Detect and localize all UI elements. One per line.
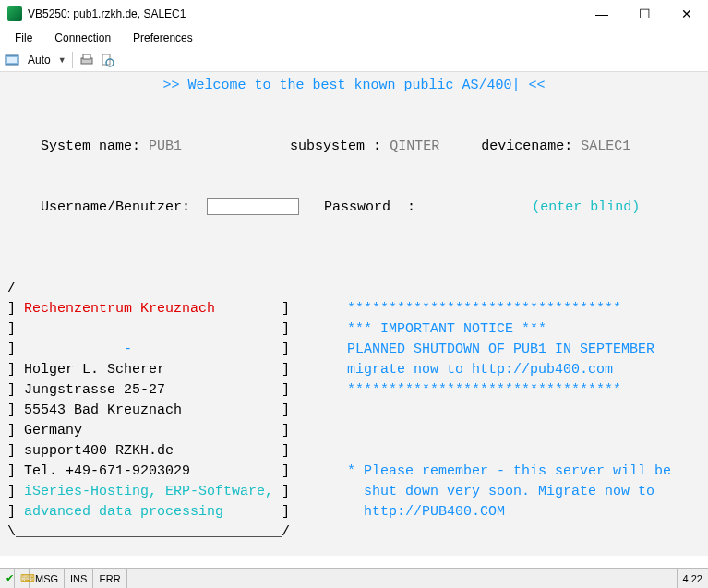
menu-preferences[interactable]: Preferences [124,30,202,46]
terminal-row: ] 55543 Bad Kreuznach ] [7,401,701,421]
terminal-row: ] advanced data processing ] http://PUB4… [7,502,701,522]
terminal-body: /] Rechenzentrum Kreuznach ] ***********… [7,279,701,543]
menu-connection[interactable]: Connection [45,30,120,46]
password-label: Password : [324,199,415,215]
left-col-cell: ] advanced data processing ] [7,502,330,522]
left-col-cell: ] Germany ] [7,421,330,441]
statusbar: ✔ ⌨ MSG INS ERR 4,22 [0,568,708,588]
subsystem-label: subsystem : [290,138,381,154]
menubar: File Connection Preferences [0,28,708,48]
window-controls: — ☐ ✕ [581,0,708,28]
blank-line [7,258,701,279]
username-input[interactable] [207,198,299,215]
status-ins[interactable]: INS [65,569,93,588]
terminal-row: \________________________________/ [7,522,701,543]
terminal-row: ] support400 RZKH.de ] [7,441,701,462]
username-label: Username/Benutzer: [41,199,190,215]
maximize-button[interactable]: ☐ [623,0,666,28]
blank-line [7,238,701,258]
terminal-row: ] iSeries-Hosting, ERP-Software, ] shut … [7,482,701,502]
terminal-row: ] Holger L. Scherer ] migrate now to htt… [7,360,701,380]
welcome-banner: >> Welcome to the best known public AS/4… [7,76,701,96]
print-icon[interactable] [78,52,95,68]
close-button[interactable]: ✕ [666,0,708,28]
blank-line [7,96,701,116]
terminal[interactable]: >> Welcome to the best known public AS/4… [0,72,708,556]
status-msg[interactable]: MSG [30,569,65,588]
window-title: VB5250: pub1.rzkh.de, SALEC1 [28,7,581,20]
terminal-row: ] Germany ] [7,421,701,441]
terminal-row: ] ] *** IMPORTANT NOTICE *** [7,319,701,340]
status-ok-icon[interactable]: ✔ [0,569,15,588]
left-col-cell: ] support400 RZKH.de ] [7,441,330,462]
terminal-row: ] Rechenzentrum Kreuznach ] ************… [7,299,701,319]
system-name-value: PUB1 [149,138,182,154]
svg-rect-1 [7,57,17,63]
menu-file[interactable]: File [6,30,42,46]
left-col-cell: / [7,279,330,299]
left-col-cell: ] Rechenzentrum Kreuznach ] [7,299,330,319]
left-col-cell: ] 55543 Bad Kreuznach ] [7,401,330,421]
right-col-cell: migrate now to http://pub400.com [330,360,613,380]
left-col-cell: ] - ] [7,340,330,360]
connect-icon[interactable] [4,52,20,68]
right-col-cell: ********************************* [330,380,621,401]
login-row: Username/Benutzer: Password : (enter bli… [7,177,701,238]
devicename-value: SALEC1 [581,138,630,154]
terminal-row: ] Tel. +49-671-9203029 ] * Please rememb… [7,462,701,482]
system-name-label: System name: [41,138,140,154]
left-col-cell: ] ] [7,319,330,340]
svg-rect-3 [83,54,90,59]
left-col-cell: \________________________________/ [7,522,330,543]
status-err[interactable]: ERR [93,569,126,588]
right-col-cell: *** IMPORTANT NOTICE *** [330,319,546,340]
toolbar: Auto ▼ [0,48,708,72]
status-cursor-pos: 4,22 [677,569,708,588]
right-col-cell: PLANNED SHUTDOWN OF PUB1 IN SEPTEMBER [330,340,654,360]
right-col-cell: * Please remember - this server will be [330,462,671,482]
toolbar-separator [72,52,73,68]
mode-select[interactable]: Auto [24,54,54,66]
right-col-cell: shut down very soon. Migrate now to [330,482,654,502]
left-col-cell: ] Jungstrasse 25-27 ] [7,380,330,401]
left-col-cell: ] iSeries-Hosting, ERP-Software, ] [7,482,330,502]
left-col-cell: ] Holger L. Scherer ] [7,360,330,380]
right-col-cell: ********************************* [330,299,621,319]
left-col-cell: ] Tel. +49-671-9203029 ] [7,462,330,482]
app-icon [7,6,22,21]
mode-dropdown-icon[interactable]: ▼ [58,55,66,65]
enter-blind-hint: (enter blind) [532,199,640,215]
right-col-cell: http://PUB400.COM [330,502,505,522]
titlebar: VB5250: pub1.rzkh.de, SALEC1 — ☐ ✕ [0,0,708,28]
terminal-row: ] - ] PLANNED SHUTDOWN OF PUB1 IN SEPTEM… [7,340,701,360]
print-preview-icon[interactable] [99,52,115,68]
subsystem-value: QINTER [390,138,439,154]
system-info-row: System name: PUB1 subsystem : QINTER dev… [7,116,701,177]
devicename-label: devicename: [481,138,572,154]
terminal-row: / [7,279,701,299]
status-keyboard-icon[interactable]: ⌨ [15,569,30,588]
minimize-button[interactable]: — [581,0,623,28]
statusbar-spacer [127,569,677,588]
terminal-row: ] Jungstrasse 25-27 ] ******************… [7,380,701,401]
blank-line [7,543,701,563]
